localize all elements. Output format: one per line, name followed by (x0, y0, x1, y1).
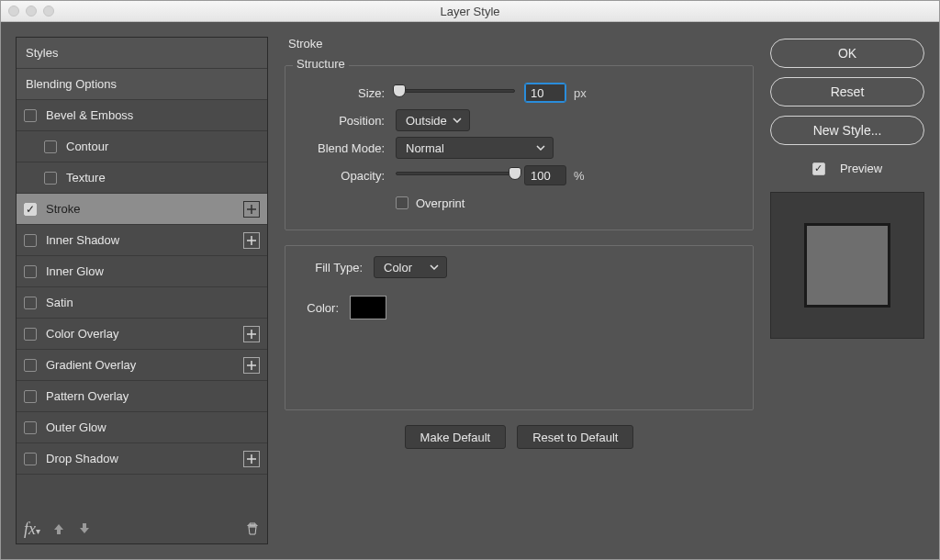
chevron-down-icon (430, 264, 439, 270)
effect-checkbox[interactable]: ✓ (44, 140, 57, 153)
effect-checkbox[interactable]: ✓ (24, 421, 37, 434)
window-titlebar: Layer Style (1, 1, 939, 22)
size-label: Size: (298, 86, 385, 100)
effect-checkbox[interactable]: ✓ (24, 265, 37, 278)
arrow-down-icon[interactable] (77, 521, 92, 536)
sidebar-item-outer-glow[interactable]: ✓Outer Glow (17, 412, 267, 443)
opacity-input[interactable] (524, 165, 566, 185)
structure-group: Structure Size: px Position: Outside (285, 65, 754, 230)
preview-label: Preview (840, 162, 882, 175)
sidebar-item-color-overlay[interactable]: ✓Color Overlay (17, 319, 267, 350)
reset-to-default-button[interactable]: Reset to Default (517, 425, 633, 449)
chevron-down-icon (453, 118, 462, 123)
plus-icon[interactable] (243, 201, 260, 218)
sidebar-item-label: Styles (26, 46, 58, 60)
sidebar-item-gradient-overlay[interactable]: ✓Gradient Overlay (17, 350, 267, 381)
effect-checkbox[interactable]: ✓ (24, 297, 37, 309)
position-select[interactable]: Outside (396, 109, 470, 131)
layer-style-window: Layer Style Styles Blending Options ✓Bev… (0, 0, 940, 560)
ok-button[interactable]: OK (770, 39, 924, 68)
sidebar-item-label: Color Overlay (46, 327, 118, 341)
button-label: OK (838, 46, 856, 61)
sidebar-item-bevel-emboss[interactable]: ✓Bevel & Emboss (17, 100, 267, 131)
sidebar-item-label: Inner Glow (46, 264, 104, 278)
opacity-slider[interactable] (396, 172, 515, 179)
arrow-up-icon[interactable] (51, 521, 66, 536)
plus-icon[interactable] (243, 326, 260, 342)
action-column: OK Reset New Style... Preview (770, 37, 924, 544)
effect-checkbox[interactable]: ✓ (24, 109, 37, 122)
sidebar-item-label: Inner Shadow (46, 233, 119, 247)
sidebar-item-label: Bevel & Emboss (46, 108, 133, 122)
window-controls[interactable] (8, 6, 54, 17)
trash-icon[interactable] (245, 521, 260, 536)
plus-icon[interactable] (243, 232, 260, 249)
reset-button[interactable]: Reset (770, 77, 924, 106)
sidebar-item-label: Gradient Overlay (46, 358, 136, 372)
blend-mode-value: Normal (406, 141, 444, 155)
sidebar-item-inner-glow[interactable]: ✓Inner Glow (17, 256, 267, 287)
color-swatch[interactable] (350, 296, 386, 319)
fx-icon[interactable]: fx▾ (24, 520, 40, 539)
sidebar-item-label: Stroke (46, 202, 81, 216)
effect-checkbox[interactable]: ✓ (24, 328, 37, 341)
button-label: Reset (831, 84, 865, 99)
sidebar-item-label: Drop Shadow (46, 452, 118, 465)
overprint-label: Overprint (416, 196, 464, 210)
opacity-label: Opacity: (298, 169, 385, 183)
sidebar-item-label: Contour (66, 140, 108, 153)
maximize-icon[interactable] (43, 6, 54, 17)
fill-type-label: Fill Type: (298, 261, 363, 274)
sidebar-item-stroke[interactable]: ✓Stroke (17, 194, 267, 225)
sidebar-item-label: Satin (46, 296, 73, 309)
plus-icon[interactable] (243, 357, 260, 374)
make-default-button[interactable]: Make Default (405, 425, 507, 449)
preview-checkbox[interactable] (812, 162, 825, 175)
window-title: Layer Style (440, 5, 499, 18)
sidebar-item-satin[interactable]: ✓Satin (17, 287, 267, 319)
position-value: Outside (406, 114, 447, 128)
fill-type-value: Color (384, 261, 412, 274)
overprint-checkbox[interactable] (396, 196, 408, 209)
blend-mode-select[interactable]: Normal (396, 137, 554, 159)
effect-checkbox[interactable]: ✓ (24, 234, 37, 247)
sidebar-footer: fx▾ (17, 514, 267, 543)
plus-icon[interactable] (243, 451, 260, 467)
sidebar-item-label: Outer Glow (46, 420, 106, 434)
minimize-icon[interactable] (26, 6, 37, 17)
blend-mode-label: Blend Mode: (298, 141, 385, 155)
effect-checkbox[interactable]: ✓ (24, 390, 37, 403)
position-label: Position: (298, 114, 385, 128)
sidebar-item-inner-shadow[interactable]: ✓Inner Shadow (17, 225, 267, 256)
sidebar-item-label: Blending Options (26, 77, 117, 91)
section-title: Stroke (285, 37, 754, 50)
effects-sidebar: Styles Blending Options ✓Bevel & Emboss✓… (16, 37, 268, 544)
sidebar-item-pattern-overlay[interactable]: ✓Pattern Overlay (17, 381, 267, 412)
button-label: Reset to Default (532, 431, 618, 444)
sidebar-item-drop-shadow[interactable]: ✓Drop Shadow (17, 443, 267, 475)
main-panel: Stroke Structure Size: px Position: Outs… (285, 37, 754, 544)
color-label: Color: (298, 301, 339, 315)
structure-legend: Structure (293, 57, 349, 71)
sidebar-item-texture[interactable]: ✓Texture (17, 162, 267, 194)
button-label: New Style... (813, 123, 882, 138)
preview-swatch (804, 223, 890, 308)
sidebar-item-label: Pattern Overlay (46, 389, 129, 403)
chevron-down-icon (536, 145, 545, 151)
sidebar-item-contour[interactable]: ✓Contour (17, 131, 267, 162)
new-style-button[interactable]: New Style... (770, 116, 924, 145)
sidebar-item-blending-options[interactable]: Blending Options (17, 69, 267, 100)
close-icon[interactable] (8, 6, 19, 17)
size-slider[interactable] (396, 89, 515, 96)
effect-checkbox[interactable]: ✓ (24, 453, 37, 465)
effect-checkbox[interactable]: ✓ (24, 203, 37, 216)
effect-checkbox[interactable]: ✓ (24, 359, 37, 372)
sidebar-item-styles[interactable]: Styles (17, 38, 267, 69)
button-label: Make Default (420, 431, 491, 444)
preview-panel (770, 192, 924, 339)
fill-group: Fill Type: Color Color: (285, 245, 754, 410)
fill-type-select[interactable]: Color (374, 256, 447, 278)
sidebar-item-label: Texture (66, 171, 106, 185)
size-input[interactable] (524, 83, 566, 103)
effect-checkbox[interactable]: ✓ (44, 172, 57, 185)
